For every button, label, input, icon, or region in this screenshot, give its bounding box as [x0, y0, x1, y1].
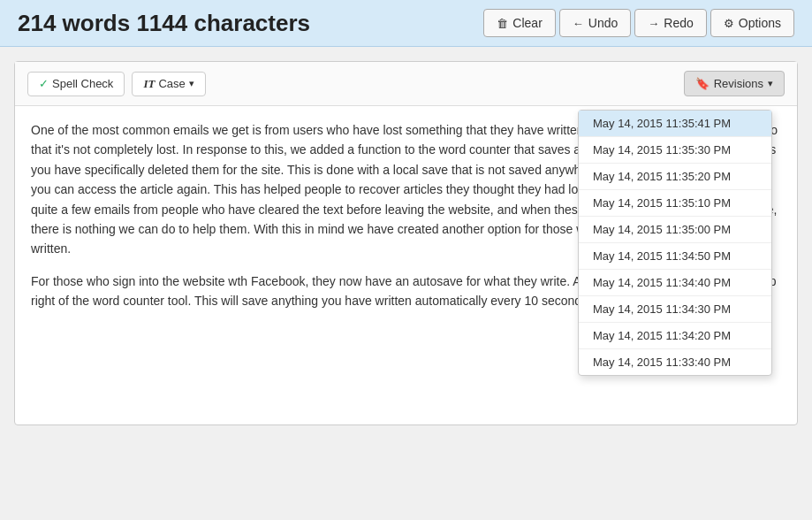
undo-icon: ←	[573, 17, 584, 30]
editor-toolbar-left: ✓ Spell Check IT Case ▾	[27, 72, 206, 96]
check-icon: ✓	[39, 77, 49, 90]
toolbar-buttons: 🗑 Clear ← Undo → Redo ⚙ Options	[483, 9, 794, 37]
case-button[interactable]: IT Case ▾	[132, 72, 205, 96]
revision-item[interactable]: May 14, 2015 11:34:30 PM	[579, 296, 771, 323]
redo-label: Redo	[664, 16, 693, 30]
revision-item[interactable]: May 14, 2015 11:34:20 PM	[579, 323, 771, 349]
spell-check-label: Spell Check	[52, 77, 113, 90]
case-label: Case	[158, 77, 185, 90]
clear-label: Clear	[512, 16, 542, 30]
bookmark-icon: 🔖	[695, 77, 710, 90]
revisions-container: 🔖 Revisions ▾ May 14, 2015 11:35:41 PMMa…	[684, 71, 785, 96]
undo-button[interactable]: ← Undo	[559, 9, 631, 37]
revision-item[interactable]: May 14, 2015 11:35:20 PM	[579, 164, 771, 190]
gear-icon: ⚙	[724, 17, 734, 30]
word-count-label: 214 words 1144 characters	[18, 10, 310, 37]
revision-item[interactable]: May 14, 2015 11:35:10 PM	[579, 190, 771, 217]
revision-item[interactable]: May 14, 2015 11:34:50 PM	[579, 243, 771, 270]
revision-item[interactable]: May 14, 2015 11:35:00 PM	[579, 217, 771, 243]
chevron-down-icon: ▾	[189, 78, 194, 89]
revisions-label: Revisions	[714, 77, 763, 90]
options-button[interactable]: ⚙ Options	[710, 9, 794, 37]
revision-item[interactable]: May 14, 2015 11:35:41 PM	[579, 111, 771, 137]
editor-toolbar: ✓ Spell Check IT Case ▾ 🔖 Revisions ▾ Ma…	[15, 62, 797, 106]
trash-icon: 🗑	[497, 17, 508, 30]
spell-check-button[interactable]: ✓ Spell Check	[27, 72, 125, 96]
header-bar: 214 words 1144 characters 🗑 Clear ← Undo…	[0, 0, 812, 47]
revision-item[interactable]: May 14, 2015 11:33:40 PM	[579, 349, 771, 375]
chevron-down-icon: ▾	[768, 78, 773, 89]
options-label: Options	[739, 16, 781, 30]
clear-button[interactable]: 🗑 Clear	[483, 9, 555, 37]
revisions-dropdown: May 14, 2015 11:35:41 PMMay 14, 2015 11:…	[578, 110, 772, 376]
redo-button[interactable]: → Redo	[634, 9, 706, 37]
revisions-button[interactable]: 🔖 Revisions ▾	[684, 71, 785, 96]
undo-label: Undo	[588, 16, 618, 30]
revision-item[interactable]: May 14, 2015 11:35:30 PM	[579, 137, 771, 164]
case-icon: IT	[143, 77, 155, 91]
main-content: ✓ Spell Check IT Case ▾ 🔖 Revisions ▾ Ma…	[14, 61, 798, 425]
revision-item[interactable]: May 14, 2015 11:34:40 PM	[579, 270, 771, 296]
redo-icon: →	[648, 17, 659, 30]
